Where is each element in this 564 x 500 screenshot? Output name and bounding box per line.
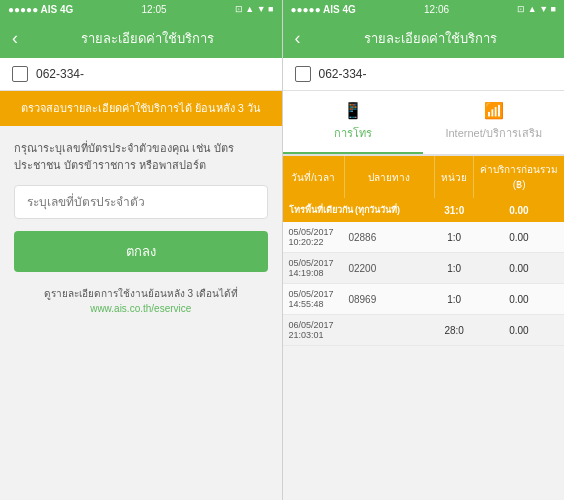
cell-dest-4 <box>344 315 434 346</box>
form-section: กรุณาระบุเลขที่บัตรประจำตัวของคุณ เช่น บ… <box>0 126 282 330</box>
status-icons-right: ⊡ ▲ ▼ ■ <box>517 4 556 14</box>
phone-number-right: 062-334- <box>319 67 367 81</box>
cell-datetime-4: 06/05/201721:03:01 <box>283 315 345 346</box>
table-row: 06/05/201721:03:01 28:0 0.00 <box>283 315 565 346</box>
status-icons-left: ⊡ ▲ ▼ ■ <box>235 4 274 14</box>
cell-dest-1: 02886 <box>344 222 434 253</box>
content-left: 062-334- ตรวจสอบรายละเอียดค่าใช้บริการได… <box>0 58 282 500</box>
col-header-unit: หน่วย <box>435 156 474 198</box>
alert-banner: ตรวจสอบรายละเอียดค่าใช้บริการได้ ย้อนหลั… <box>0 91 282 126</box>
content-right: 062-334- 📱 การโทร 📶 Internet/บริการเสริม… <box>283 58 565 500</box>
cell-cost-1: 0.00 <box>474 222 564 253</box>
calls-icon: 📱 <box>343 101 363 120</box>
submit-button[interactable]: ตกลง <box>14 231 268 272</box>
cell-cost-2: 0.00 <box>474 253 564 284</box>
status-bar-right: ●●●●● AIS 4G 12:06 ⊡ ▲ ▼ ■ <box>283 0 565 18</box>
usage-table: วันที่/เวลา ปลายทาง หน่วย ค่าบริการก่อนร… <box>283 156 565 346</box>
tabs-row: 📱 การโทร 📶 Internet/บริการเสริม <box>283 91 565 156</box>
table-header: วันที่/เวลา ปลายทาง หน่วย ค่าบริการก่อนร… <box>283 156 565 198</box>
header-title-right: รายละเอียดค่าใช้บริการ <box>309 28 553 49</box>
subtotal-row: โทรพื้นที่เดียวกัน (ทุกวันวันที่) 31:0 0… <box>283 198 565 222</box>
cell-cost-4: 0.00 <box>474 315 564 346</box>
col-header-destination: ปลายทาง <box>344 156 434 198</box>
status-time-left: 12:05 <box>142 4 167 15</box>
right-screen: ●●●●● AIS 4G 12:06 ⊡ ▲ ▼ ■ ‹ รายละเอียดค… <box>283 0 565 500</box>
phone-number-bar-right: 062-334- <box>283 58 565 91</box>
subtotal-cost: 0.00 <box>474 198 564 222</box>
status-bar-left: ●●●●● AIS 4G 12:05 ⊡ ▲ ▼ ■ <box>0 0 282 18</box>
cell-dest-3: 08969 <box>344 284 434 315</box>
back-button-right[interactable]: ‹ <box>295 28 301 49</box>
cell-unit-3: 1:0 <box>435 284 474 315</box>
wifi-icon: 📶 <box>484 101 504 120</box>
col-header-datetime: วันที่/เวลา <box>283 156 345 198</box>
tab-internet[interactable]: 📶 Internet/บริการเสริม <box>423 91 564 154</box>
col-header-cost: ค่าบริการก่อนรวม (฿) <box>474 156 564 198</box>
eservice-link[interactable]: www.ais.co.th/eservice <box>90 303 191 314</box>
id-card-input[interactable] <box>14 185 268 219</box>
subtotal-label: โทรพื้นที่เดียวกัน (ทุกวันวันที่) <box>283 198 435 222</box>
tab-internet-label: Internet/บริการเสริม <box>445 124 541 142</box>
cell-unit-4: 28:0 <box>435 315 474 346</box>
tab-calls[interactable]: 📱 การโทร <box>283 91 424 154</box>
form-link-text: ดูรายละเอียดการใช้งานย้อนหลัง 3 เดือนได้… <box>44 288 238 299</box>
phone-sim-icon <box>12 66 28 82</box>
subtotal-value: 31:0 <box>435 198 474 222</box>
cell-cost-3: 0.00 <box>474 284 564 315</box>
header-title-left: รายละเอียดค่าใช้บริการ <box>26 28 270 49</box>
table-row: 05/05/201710:20:22 02886 1:0 0.00 <box>283 222 565 253</box>
cell-datetime-2: 05/05/201714:19:08 <box>283 253 345 284</box>
status-carrier-right: ●●●●● AIS 4G <box>291 4 356 15</box>
cell-dest-2: 02200 <box>344 253 434 284</box>
header-left: ‹ รายละเอียดค่าใช้บริการ <box>0 18 282 58</box>
status-carrier-left: ●●●●● AIS 4G <box>8 4 73 15</box>
back-button-left[interactable]: ‹ <box>12 28 18 49</box>
table-row: 05/05/201714:19:08 02200 1:0 0.00 <box>283 253 565 284</box>
table-row: 05/05/201714:55:48 08969 1:0 0.00 <box>283 284 565 315</box>
phone-sim-icon-right <box>295 66 311 82</box>
cell-unit-1: 1:0 <box>435 222 474 253</box>
cell-datetime-3: 05/05/201714:55:48 <box>283 284 345 315</box>
phone-number-left: 062-334- <box>36 67 84 81</box>
phone-number-bar-left: 062-334- <box>0 58 282 91</box>
form-link-section: ดูรายละเอียดการใช้งานย้อนหลัง 3 เดือนได้… <box>14 286 268 316</box>
left-screen: ●●●●● AIS 4G 12:05 ⊡ ▲ ▼ ■ ‹ รายละเอียดค… <box>0 0 282 500</box>
header-right: ‹ รายละเอียดค่าใช้บริการ <box>283 18 565 58</box>
form-description: กรุณาระบุเลขที่บัตรประจำตัวของคุณ เช่น บ… <box>14 140 268 173</box>
status-time-right: 12:06 <box>424 4 449 15</box>
cell-datetime-1: 05/05/201710:20:22 <box>283 222 345 253</box>
cell-unit-2: 1:0 <box>435 253 474 284</box>
tab-calls-label: การโทร <box>334 124 372 142</box>
